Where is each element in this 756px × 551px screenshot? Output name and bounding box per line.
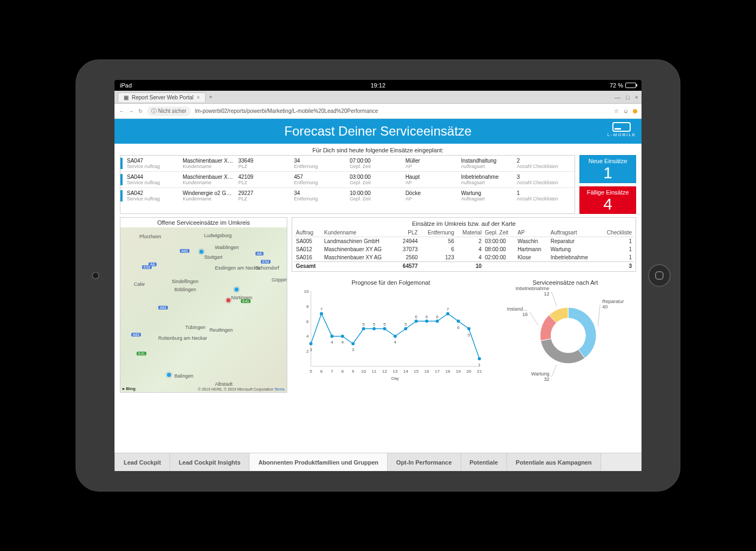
svg-text:9: 9 [352,369,355,374]
browser-address-bar: ← → ↻ ⓘ Nicht sicher lm-powerbi02/report… [114,104,642,119]
table-cell: Wartung [549,245,599,253]
plan-row[interactable]: SA042Service AuftragWindenergie o2 G…Kun… [120,188,575,204]
page-tab[interactable]: Lead Cockpit Insights [170,453,249,471]
kpi-new[interactable]: Neue Einsätze 1 [579,155,636,183]
plan-cell: Maschinenbauer X…Kundenname [183,174,238,185]
kpi-new-value: 1 [580,164,636,182]
table-cell: Klose [516,253,549,262]
svg-text:5: 5 [404,322,407,327]
donut-slice[interactable] [568,307,596,358]
table-header[interactable]: Entfernung [420,229,456,237]
svg-line-69 [530,312,538,326]
svg-text:12: 12 [382,369,387,374]
svg-point-26 [352,342,355,345]
bing-logo: ▸ Bing [123,386,136,391]
map-pin[interactable] [166,372,172,378]
table-header[interactable]: AP [516,229,549,237]
svg-text:5: 5 [310,369,313,374]
page-tab[interactable]: Opt-In Performance [388,453,461,471]
window-close-icon[interactable]: × [635,94,638,100]
donut-label: Inbetriebnahme [515,287,549,291]
report-title: Forecast Deiner Serviceeinsätze [285,124,472,139]
svg-point-50 [436,320,439,323]
table-header[interactable]: Gepl. Zeit [483,229,516,237]
map-pin[interactable] [199,249,204,254]
nav-fwd-icon[interactable]: → [129,108,134,114]
page-tab[interactable]: Lead Cockpit [114,453,170,471]
camera-dot [92,272,99,279]
window-max-icon[interactable]: □ [626,94,630,100]
plan-cell: 42109PLZ [238,174,294,185]
svg-text:5: 5 [383,322,386,327]
clock: 19:12 [370,82,386,89]
road-badge: E41 [137,352,146,355]
map-terms-link[interactable]: Terms [274,387,285,391]
nav-back-icon[interactable]: ← [119,108,124,114]
kpi-due-value: 4 [580,196,636,213]
kpi-due[interactable]: Fällige Einsätze 4 [579,186,636,214]
table-header[interactable]: Material [456,229,483,237]
table-header[interactable]: Auftrag [294,229,322,237]
map-panel: Offene Serviceeinsätze im Umkreis ▸ Bing… [120,217,287,393]
svg-text:6: 6 [436,314,439,319]
svg-point-17 [320,312,323,315]
city-label: Ludwigsburg [204,233,232,238]
profile-icon[interactable]: ☺ [623,108,629,114]
svg-text:4: 4 [331,340,334,345]
city-label: Rottenburg am Neckar [158,335,207,341]
plan-row[interactable]: SA044Service AuftragMaschinenbauer X…Kun… [120,172,575,188]
donut-chart-svg: Inbetriebnahme12Reparatur40Wartung32Inst… [495,287,637,381]
new-tab-button[interactable]: + [209,94,212,100]
city-label: Calw [134,281,145,287]
table-row[interactable]: SA012Maschinenbauer XY AG370736408:00:00… [294,245,633,253]
plan-row[interactable]: SA047Service AuftragMaschinenbauer X…Kun… [120,156,575,172]
url-text[interactable]: lm-powerbi02/reports/powerbi/Marketing/L… [195,108,378,114]
star-icon[interactable]: ☆ [614,108,619,114]
donut-label: Reparatur [602,299,624,304]
table-header[interactable]: Auftragsart [549,229,599,237]
table-cell: 4 [456,253,483,262]
plan-cell: MüllerAP [406,158,461,169]
table-header[interactable]: Kundenname [322,229,397,237]
table-cell: Reparatur [549,237,599,246]
table-cell: 4 [456,245,483,253]
svg-text:8: 8 [341,369,344,374]
svg-text:1: 1 [478,362,481,367]
donut-value: 12 [544,291,549,297]
svg-point-47 [425,320,428,323]
city-label: Albstadt [215,381,233,387]
home-button[interactable] [648,264,671,287]
page-favicon: ▦ [124,95,129,100]
browser-tab[interactable]: ▦ Report Server Web Portal × [118,92,206,102]
svg-point-29 [362,327,365,331]
svg-point-41 [404,327,407,331]
table-cell: 02:00:00 [483,253,516,262]
map-pin[interactable] [226,298,231,303]
donut-value: 40 [602,304,608,310]
plan-cell: Windenergie o2 G…Kundenname [183,190,238,201]
svg-text:2: 2 [306,349,309,354]
table-header[interactable]: Checkliste [599,229,633,237]
page-tab[interactable]: Abonnenten Produktfamilien und Gruppen [249,453,387,471]
reload-icon[interactable]: ↻ [138,108,143,114]
page-tab[interactable]: Potentiale [461,453,508,471]
svg-text:3: 3 [352,347,355,352]
svg-text:4: 4 [341,340,344,345]
security-chip[interactable]: ⓘ Nicht sicher [147,106,191,116]
svg-text:20: 20 [467,369,471,374]
donut-slice[interactable] [541,339,585,364]
table-row[interactable]: SA005Landmaschinen GmbH2494456203:00:00W… [294,237,633,246]
map-canvas[interactable]: ▸ Bing © 2019 HERE, © 2019 Microsoft Cor… [120,227,287,392]
window-min-icon[interactable]: — [615,94,620,100]
nearby-table-panel: Einsätze im Umkreis bzw. auf der Karte A… [292,217,636,272]
plan-cell: 10:00:00Gepl. Zeit [350,190,406,201]
plan-cell: 03:00:00Gepl. Zeit [350,174,406,185]
table-header[interactable]: PLZ [397,229,419,237]
close-tab-icon[interactable]: × [197,95,200,100]
svg-point-38 [394,334,397,338]
page-tab[interactable]: Potentiale aus Kampagnen [507,453,601,471]
table-row[interactable]: SA016Maschinenbauer XY AG2560123402:00:0… [294,253,633,262]
svg-text:7: 7 [320,307,323,312]
map-pin[interactable] [234,287,239,292]
plan-cell: SA047Service Auftrag [127,158,183,169]
